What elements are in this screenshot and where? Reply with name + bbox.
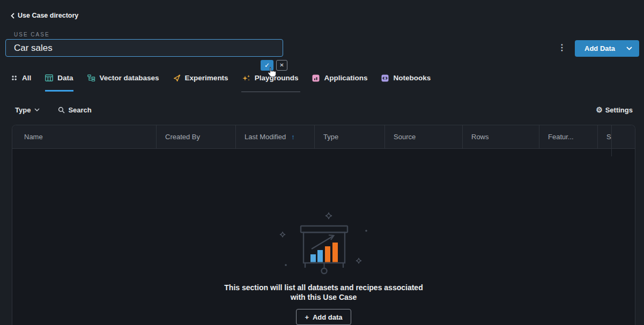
tab-notebooks[interactable]: Notebooks bbox=[381, 72, 431, 92]
tab-applications[interactable]: Applications bbox=[312, 72, 367, 92]
settings-button[interactable]: ⚙ Settings bbox=[596, 106, 633, 114]
tab-label: Data bbox=[57, 74, 73, 82]
dot-decoration bbox=[365, 230, 367, 232]
column-label: Siz bbox=[606, 133, 611, 141]
applications-icon bbox=[312, 74, 320, 82]
tab-bar: All Data Vector databases bbox=[11, 72, 431, 92]
experiments-icon bbox=[173, 74, 181, 82]
vector-db-icon bbox=[87, 74, 95, 81]
tab-playgrounds[interactable]: Playgrounds bbox=[242, 72, 299, 92]
datasets-table: Name Created By Last Modified ↑ Type Sou… bbox=[12, 125, 635, 325]
tab-label: Playgrounds bbox=[255, 74, 299, 82]
use-case-page: Use Case directory USE CASE ✓ ✕ ⋮ Add Da… bbox=[0, 0, 644, 325]
grid-dots-icon bbox=[11, 74, 18, 81]
column-label: Created By bbox=[165, 133, 200, 141]
tab-label: Applications bbox=[324, 74, 367, 82]
empty-state: This section will list all datasets and … bbox=[12, 211, 635, 325]
tab-label: Notebooks bbox=[393, 74, 431, 82]
bar-orange bbox=[325, 246, 330, 262]
column-header-created-by[interactable]: Created By bbox=[156, 125, 235, 148]
add-data-secondary-button[interactable]: + Add data bbox=[296, 309, 351, 325]
search-control[interactable]: Search bbox=[58, 106, 91, 114]
tab-experiments[interactable]: Experiments bbox=[173, 72, 228, 92]
column-label: Source bbox=[394, 133, 416, 141]
tab-all[interactable]: All bbox=[11, 72, 31, 92]
bar-blue bbox=[317, 250, 323, 262]
column-label: Rows bbox=[471, 133, 489, 141]
column-header-size[interactable]: Siz bbox=[597, 125, 611, 148]
sparkle-decoration bbox=[356, 258, 361, 263]
table-header-row: Name Created By Last Modified ↑ Type Sou… bbox=[12, 125, 635, 149]
column-header-name[interactable]: Name bbox=[12, 125, 156, 148]
add-data-button[interactable]: Add Data bbox=[575, 40, 639, 57]
column-header-source[interactable]: Source bbox=[384, 125, 462, 148]
chevron-left-icon bbox=[11, 13, 14, 19]
column-header-features[interactable]: Featur... bbox=[539, 125, 597, 148]
title-edit-controls: ✓ ✕ bbox=[261, 60, 287, 71]
breadcrumb[interactable]: Use Case directory bbox=[11, 12, 78, 19]
breadcrumb-label: Use Case directory bbox=[18, 12, 78, 19]
column-header-rows[interactable]: Rows bbox=[462, 125, 539, 148]
confirm-button[interactable]: ✓ bbox=[261, 60, 273, 71]
column-divider bbox=[611, 125, 612, 156]
sparkle-decoration bbox=[280, 232, 285, 237]
tab-label: Experiments bbox=[185, 74, 228, 82]
check-icon: ✓ bbox=[264, 62, 270, 69]
use-case-title-input[interactable] bbox=[5, 39, 283, 57]
tab-label: All bbox=[22, 74, 31, 82]
type-filter-dropdown[interactable]: Type bbox=[15, 106, 40, 114]
chevron-down-icon bbox=[34, 108, 40, 111]
empty-state-message: This section will list all datasets and … bbox=[224, 283, 423, 302]
column-label: Featur... bbox=[548, 133, 574, 141]
plus-icon: + bbox=[305, 313, 309, 321]
filter-bar: Type Search ⚙ Settings bbox=[15, 104, 633, 116]
column-header-type[interactable]: Type bbox=[314, 125, 384, 148]
bar-orange bbox=[332, 243, 338, 262]
cancel-button[interactable]: ✕ bbox=[276, 60, 287, 71]
settings-label: Settings bbox=[605, 106, 633, 114]
column-label: Type bbox=[323, 133, 338, 141]
search-label: Search bbox=[68, 106, 91, 114]
sparkle-decoration bbox=[325, 213, 332, 219]
dot-decoration bbox=[285, 264, 287, 266]
tab-vector-databases[interactable]: Vector databases bbox=[87, 72, 159, 92]
column-label: Name bbox=[24, 133, 43, 141]
empty-state-chart-illustration bbox=[278, 211, 369, 276]
gear-icon: ⚙ bbox=[596, 106, 603, 114]
column-label: Last Modified bbox=[245, 133, 286, 141]
data-table-icon bbox=[45, 74, 53, 81]
bar-blue bbox=[310, 254, 316, 262]
search-icon bbox=[58, 107, 65, 114]
notebooks-icon bbox=[381, 74, 389, 82]
add-data-secondary-label: Add data bbox=[313, 313, 343, 321]
use-case-field-label: USE CASE bbox=[14, 32, 50, 37]
sparkles-icon bbox=[242, 74, 250, 82]
add-data-label: Add Data bbox=[584, 44, 615, 52]
kebab-menu-icon[interactable]: ⋮ bbox=[558, 42, 565, 54]
close-icon: ✕ bbox=[279, 62, 284, 68]
column-header-spacer bbox=[611, 125, 635, 148]
column-header-last-modified[interactable]: Last Modified ↑ bbox=[235, 125, 314, 148]
empty-state-message-line1: This section will list all datasets and … bbox=[224, 283, 423, 292]
tab-data[interactable]: Data bbox=[45, 72, 73, 92]
type-filter-label: Type bbox=[15, 106, 31, 114]
tab-label: Vector databases bbox=[100, 74, 159, 82]
chevron-down-icon bbox=[626, 47, 632, 50]
empty-state-message-line2: with this Use Case bbox=[224, 292, 423, 302]
sort-asc-icon[interactable]: ↑ bbox=[291, 133, 295, 141]
